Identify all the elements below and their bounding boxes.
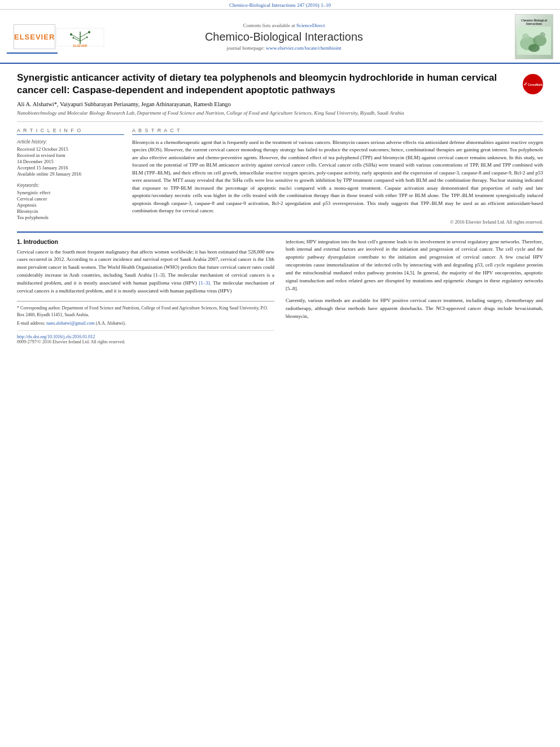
keywords-label: Keywords: — [17, 182, 124, 188]
elsevier-logo-area: ELSEVIER ELSEVIER — [7, 20, 58, 54]
intro-section-title: 1. Introduction — [17, 238, 274, 245]
journal-reference: Chemico-Biological Interactions 247 (201… — [229, 2, 331, 8]
keywords-section: Keywords: Synergistic effect Cervical ca… — [17, 182, 124, 220]
article-title-text: Synergistic anticancer activity of dieta… — [17, 72, 517, 117]
keyword-2: Cervical cancer — [17, 196, 124, 202]
article-content: Synergistic anticancer activity of dieta… — [0, 64, 560, 344]
article-info-heading: A R T I C L E I N F O — [17, 128, 124, 135]
accepted-date: Accepted 15 January 2016 — [17, 165, 124, 171]
sciencedirect-link[interactable]: ScienceDirect — [296, 23, 325, 28]
article-affiliation: Nanobiotechnology and Molecular Biology … — [17, 110, 517, 117]
abstract-text: Bleomycin is a chemotherapeutic agent th… — [132, 139, 543, 226]
footnote-area: * Corresponding author. Department of Fo… — [17, 301, 274, 344]
journal-center-block: Contents lists available at ScienceDirec… — [58, 23, 510, 51]
ref-link-1-3[interactable]: [1–3] — [199, 280, 210, 286]
crossmark-circle: ✓ CrossMark — [523, 74, 543, 94]
issn-text: 0009-2797/© 2016 Elsevier Ireland Ltd. A… — [17, 339, 274, 344]
footnote-divider — [17, 330, 274, 331]
body-col-left: 1. Introduction Cervical cancer is the f… — [17, 238, 274, 345]
keyword-5: Tea polyphenols — [17, 215, 124, 220]
keyword-4: Bleomycin — [17, 208, 124, 214]
crossmark-badge[interactable]: ✓ CrossMark — [523, 74, 543, 94]
revised-label: Received in revised form — [17, 152, 124, 158]
homepage-text: journal homepage: www.elsevier.com/locat… — [58, 45, 510, 51]
doi-link[interactable]: http://dx.doi.org/10.1016/j.cbi.2016.01.… — [17, 334, 274, 339]
abstract-heading: A B S T R A C T — [132, 128, 543, 135]
copyright-notice: © 2016 Elsevier Ireland Ltd. All rights … — [132, 219, 543, 226]
keyword-1: Synergistic effect — [17, 190, 124, 195]
footnote-corresponding: * Corresponding author. Department of Fo… — [17, 305, 274, 318]
abstract-column: A B S T R A C T Bleomycin is a chemother… — [132, 128, 543, 226]
journal-title: Chemico-Biological Interactions — [58, 30, 510, 43]
body-col-right: infection; HPV integration into the host… — [286, 238, 543, 345]
elsevier-box: ELSEVIER — [14, 24, 55, 49]
available-date: Available online 29 January 2016 — [17, 171, 124, 177]
svg-point-16 — [540, 32, 545, 38]
sciencedirect-prefix: Contents lists available at ScienceDirec… — [58, 23, 510, 28]
intro-paragraph-2: infection; HPV integration into the host… — [286, 238, 543, 294]
article-info-column: A R T I C L E I N F O Article history: R… — [17, 128, 124, 226]
keyword-3: Apoptosis — [17, 202, 124, 208]
email-link[interactable]: nano.alshatwi@gmail.com — [46, 321, 95, 326]
body-two-col: 1. Introduction Cervical cancer is the f… — [17, 238, 543, 345]
homepage-url[interactable]: www.elsevier.com/locate/chembioint — [266, 45, 341, 51]
article-title-section: Synergistic anticancer activity of dieta… — [17, 64, 543, 122]
svg-point-14 — [528, 44, 540, 52]
top-bar: Chemico-Biological Interactions 247 (201… — [0, 0, 560, 10]
body-content: 1. Introduction Cervical cancer is the f… — [17, 233, 543, 345]
journal-header: ELSEVIER ELSEVIER Contents lists avail — [0, 10, 560, 64]
cover-title: Chemico-Biological Interactions — [517, 19, 551, 25]
article-main-title: Synergistic anticancer activity of dieta… — [17, 72, 517, 97]
svg-point-15 — [522, 33, 529, 40]
intro-paragraph-3: Currently, various methods are available… — [286, 297, 543, 321]
article-info-abstract-section: A R T I C L E I N F O Article history: R… — [17, 122, 543, 233]
footnote-email: E-mail address: nano.alshatwi@gmail.com … — [17, 320, 274, 327]
revised-date: 14 December 2015 — [17, 159, 124, 164]
intro-paragraph-1: Cervical cancer is the fourth most frequ… — [17, 248, 274, 296]
elsevier-wordmark: ELSEVIER — [14, 33, 55, 41]
journal-cover: Chemico-Biological Interactions — [515, 14, 553, 59]
article-authors: Ali A. Alshatwi*, Vaiyapuri Subbarayan P… — [17, 101, 517, 107]
received-date: Received 12 October 2015 — [17, 146, 124, 152]
history-label: Article history: — [17, 139, 124, 145]
cover-box: Chemico-Biological Interactions — [515, 14, 553, 59]
